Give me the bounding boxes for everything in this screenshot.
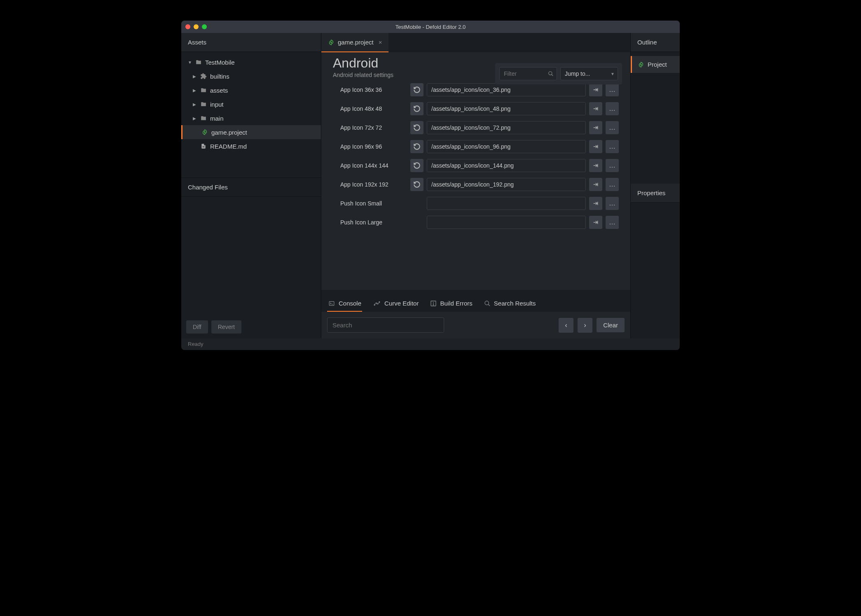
- gear-icon: [638, 61, 644, 68]
- path-input[interactable]: [427, 102, 586, 115]
- tab-label: game.project: [338, 39, 374, 46]
- clear-button[interactable]: Clear: [597, 318, 625, 332]
- browse-button[interactable]: …: [606, 216, 619, 229]
- form-row: App Icon 72x 72…: [333, 121, 619, 134]
- next-button[interactable]: ›: [578, 318, 592, 333]
- browse-button[interactable]: …: [606, 197, 619, 210]
- bottom-panel: ConsoleCurve EditorBuild ErrorsSearch Re…: [321, 290, 630, 338]
- tree-item-testmobile[interactable]: ▼TestMobile: [181, 55, 321, 69]
- goto-button[interactable]: [589, 83, 602, 96]
- bottom-tab-console[interactable]: Console: [327, 296, 362, 312]
- tree-arrow-icon: ▼: [188, 60, 192, 65]
- tree-arrow-icon: ▶: [193, 116, 197, 121]
- form-row: App Icon 192x 192…: [333, 178, 619, 191]
- browse-button[interactable]: …: [606, 83, 619, 96]
- goto-button[interactable]: [589, 140, 602, 153]
- diff-button[interactable]: Diff: [186, 320, 208, 334]
- svg-point-29: [433, 304, 434, 305]
- goto-button[interactable]: [589, 102, 602, 115]
- bottom-tab-search-results[interactable]: Search Results: [483, 296, 537, 312]
- tree-item-builtins[interactable]: ▶builtins: [181, 69, 321, 83]
- svg-rect-22: [329, 301, 334, 305]
- goto-button[interactable]: [589, 216, 602, 229]
- prev-button[interactable]: ‹: [559, 318, 573, 333]
- puzzle-icon: [200, 73, 207, 79]
- form-row: Push Icon Small…: [333, 197, 619, 210]
- tree-item-game-project[interactable]: game.project: [181, 125, 321, 139]
- close-tab-icon[interactable]: ×: [379, 39, 382, 46]
- browse-button[interactable]: …: [606, 102, 619, 115]
- properties-header: Properties: [631, 184, 680, 203]
- bottom-tab-curve-editor[interactable]: Curve Editor: [372, 296, 419, 312]
- path-input[interactable]: [427, 159, 586, 172]
- tree-item-label: assets: [210, 87, 228, 94]
- field-label: Push Icon Small: [333, 200, 407, 207]
- svg-line-5: [552, 75, 553, 76]
- outline-header: Outline: [631, 33, 680, 52]
- browse-button[interactable]: …: [606, 140, 619, 153]
- folder-icon: [195, 59, 202, 65]
- browse-button[interactable]: …: [606, 178, 619, 191]
- reset-button[interactable]: [410, 83, 423, 96]
- tree-item-label: README.md: [210, 143, 247, 150]
- tree-item-main[interactable]: ▶main: [181, 111, 321, 125]
- path-input[interactable]: [427, 121, 586, 134]
- assets-header: Assets: [181, 33, 321, 52]
- reset-button[interactable]: [410, 159, 423, 172]
- tree-item-readme-md[interactable]: README.md: [181, 139, 321, 153]
- path-input[interactable]: [427, 216, 586, 229]
- svg-point-32: [640, 64, 642, 65]
- path-input[interactable]: [427, 140, 586, 153]
- field-label: App Icon 96x 96: [333, 143, 407, 150]
- browse-button[interactable]: …: [606, 159, 619, 172]
- tab-icon: [430, 300, 437, 307]
- tree-item-assets[interactable]: ▶assets: [181, 83, 321, 97]
- svg-point-4: [549, 72, 552, 75]
- folder-icon: [200, 115, 207, 121]
- tree-item-input[interactable]: ▶input: [181, 97, 321, 111]
- reset-button[interactable]: [410, 178, 423, 191]
- goto-button[interactable]: [589, 197, 602, 210]
- path-input[interactable]: [427, 197, 586, 210]
- field-label: App Icon 192x 192: [333, 181, 407, 188]
- editor-tab[interactable]: game.project ×: [321, 33, 388, 52]
- reset-button[interactable]: [410, 102, 423, 115]
- browse-button[interactable]: …: [606, 121, 619, 134]
- search-icon: [548, 71, 554, 77]
- revert-button[interactable]: Revert: [211, 320, 241, 334]
- svg-point-0: [204, 131, 206, 133]
- tab-label: Build Errors: [440, 300, 472, 307]
- titlebar: TestMobile - Defold Editor 2.0: [181, 21, 680, 33]
- tab-icon: [328, 301, 335, 306]
- goto-button[interactable]: [589, 159, 602, 172]
- close-window-button[interactable]: [185, 24, 190, 29]
- tab-icon: [373, 301, 381, 306]
- console-search-input[interactable]: [327, 317, 444, 333]
- path-input[interactable]: [427, 83, 586, 96]
- field-label: App Icon 48x 48: [333, 105, 407, 112]
- bottom-tab-build-errors[interactable]: Build Errors: [429, 296, 473, 312]
- outline-project-item[interactable]: Project: [631, 56, 680, 73]
- tree-arrow-icon: ▶: [193, 74, 197, 79]
- svg-line-31: [488, 304, 490, 306]
- tree-item-label: input: [210, 101, 224, 108]
- tree-item-label: TestMobile: [205, 59, 235, 66]
- form-row: Push Icon Large…: [333, 216, 619, 229]
- folder-icon: [200, 101, 207, 107]
- path-input[interactable]: [427, 178, 586, 191]
- left-panel: Assets ▼TestMobile▶builtins▶assets▶input…: [181, 33, 321, 338]
- goto-button[interactable]: [589, 178, 602, 191]
- goto-button[interactable]: [589, 121, 602, 134]
- jump-to-select[interactable]: Jump to...: [560, 67, 618, 80]
- field-label: App Icon 72x 72: [333, 124, 407, 131]
- form-row: App Icon 96x 96…: [333, 140, 619, 153]
- form-row: App Icon 36x 36…: [333, 83, 619, 96]
- editor-window: TestMobile - Defold Editor 2.0 Assets ▼T…: [181, 21, 680, 350]
- minimize-window-button[interactable]: [194, 24, 199, 29]
- reset-button[interactable]: [410, 140, 423, 153]
- tree-arrow-icon: ▶: [193, 102, 197, 107]
- window-title: TestMobile - Defold Editor 2.0: [395, 24, 466, 30]
- maximize-window-button[interactable]: [202, 24, 207, 29]
- tree-item-label: main: [210, 115, 224, 122]
- reset-button[interactable]: [410, 121, 423, 134]
